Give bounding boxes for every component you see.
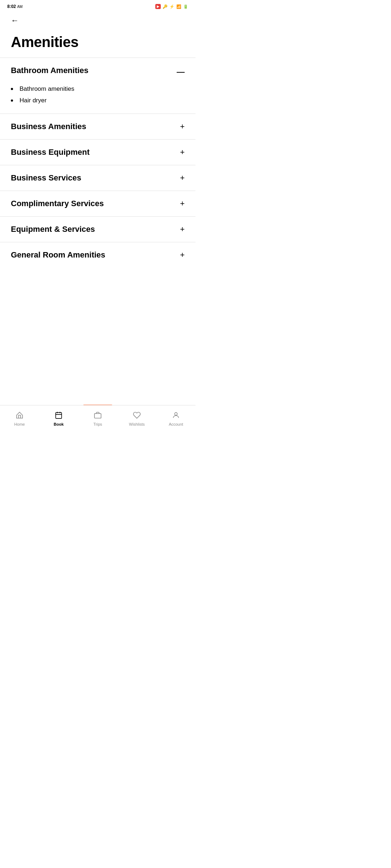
status-ampm: AM — [17, 5, 22, 9]
nav-item-account[interactable]: Account — [163, 411, 189, 426]
bullet-icon — [11, 88, 13, 90]
page-title-section: Amenities — [0, 28, 196, 58]
business-equipment-expand-icon: + — [180, 148, 185, 156]
complimentary-services-section: Complimentary Services + — [0, 191, 196, 216]
general-room-amenities-expand-icon: + — [180, 251, 185, 259]
key-icon: 🔑 — [163, 4, 168, 9]
wifi-icon: 📶 — [176, 4, 181, 9]
complimentary-services-expand-icon: + — [180, 200, 185, 208]
business-services-expand-icon: + — [180, 174, 185, 182]
bathroom-amenities-header[interactable]: Bathroom Amenities — [0, 58, 196, 83]
status-time: 8:02 AM — [7, 4, 22, 9]
general-room-amenities-title: General Room Amenities — [11, 250, 105, 260]
amenities-content: Bathroom Amenities Bathroom amenities Ha… — [0, 58, 196, 429]
business-services-header[interactable]: Business Services + — [0, 165, 196, 191]
nav-item-trips[interactable]: Trips — [85, 411, 110, 426]
book-icon — [55, 411, 63, 421]
business-equipment-section: Business Equipment + — [0, 139, 196, 165]
bullet-icon — [11, 99, 13, 102]
complimentary-services-header[interactable]: Complimentary Services + — [0, 191, 196, 216]
bathroom-amenities-title: Bathroom Amenities — [11, 66, 88, 75]
equipment-services-expand-icon: + — [180, 225, 185, 233]
business-amenities-section: Business Amenities + — [0, 114, 196, 139]
nav-item-book[interactable]: Book — [46, 411, 71, 426]
page-title: Amenities — [11, 34, 185, 50]
nav-book-label: Book — [54, 422, 64, 426]
account-icon — [172, 411, 180, 421]
list-item: Hair dryer — [11, 95, 185, 106]
nav-item-wishlists[interactable]: Wishlists — [124, 411, 150, 426]
bathroom-amenities-items: Bathroom amenities Hair dryer — [0, 83, 196, 114]
nav-item-home[interactable]: Home — [7, 411, 32, 426]
header: ← — [0, 13, 196, 28]
general-room-amenities-header[interactable]: General Room Amenities + — [0, 242, 196, 268]
wishlists-icon — [133, 411, 141, 421]
equipment-services-title: Equipment & Services — [11, 225, 95, 234]
nav-account-label: Account — [169, 422, 183, 426]
business-equipment-title: Business Equipment — [11, 148, 90, 157]
bathroom-amenities-section: Bathroom Amenities Bathroom amenities Ha… — [0, 58, 196, 114]
list-item: Bathroom amenities — [11, 83, 185, 95]
nav-wishlists-label: Wishlists — [129, 422, 144, 426]
status-icons: ▶ 🔑 ⚡ 📶 🔋 — [155, 4, 188, 9]
battery-icon: 🔋 — [183, 4, 188, 9]
svg-rect-0 — [56, 412, 62, 418]
home-icon — [16, 411, 24, 421]
svg-point-1 — [175, 412, 177, 415]
bathroom-amenities-collapse-icon — [177, 67, 185, 74]
bluetooth-icon: ⚡ — [169, 4, 175, 9]
back-button[interactable]: ← — [11, 17, 19, 25]
bottom-nav: Home Book Trips Wishlists — [0, 405, 196, 434]
nav-home-label: Home — [14, 422, 25, 426]
general-room-amenities-section: General Room Amenities + — [0, 242, 196, 268]
record-icon: ▶ — [155, 4, 161, 9]
business-services-section: Business Services + — [0, 165, 196, 191]
business-amenities-expand-icon: + — [180, 123, 185, 131]
business-services-title: Business Services — [11, 173, 81, 183]
amenity-item-text: Bathroom amenities — [20, 85, 74, 93]
equipment-services-header[interactable]: Equipment & Services + — [0, 217, 196, 242]
business-amenities-header[interactable]: Business Amenities + — [0, 114, 196, 139]
trips-icon — [94, 411, 102, 421]
nav-trips-label: Trips — [93, 422, 102, 426]
complimentary-services-title: Complimentary Services — [11, 199, 104, 208]
business-equipment-header[interactable]: Business Equipment + — [0, 140, 196, 165]
business-amenities-title: Business Amenities — [11, 122, 86, 131]
equipment-services-section: Equipment & Services + — [0, 216, 196, 242]
amenity-item-text: Hair dryer — [20, 97, 47, 104]
status-bar: 8:02 AM ▶ 🔑 ⚡ 📶 🔋 — [0, 0, 196, 13]
